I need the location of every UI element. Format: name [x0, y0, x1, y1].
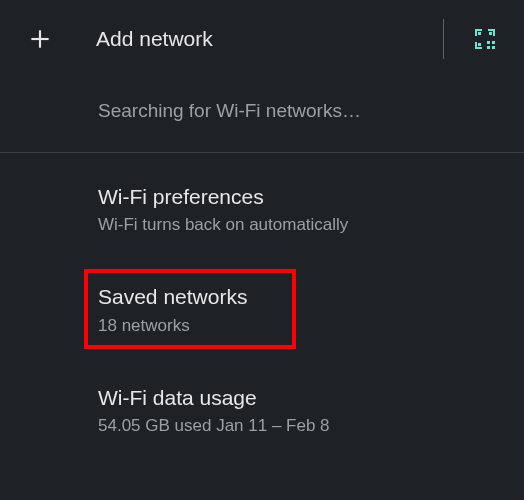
svg-rect-4 [478, 32, 481, 35]
plus-icon [26, 25, 54, 53]
item-subtitle: 54.05 GB used Jan 11 – Feb 8 [98, 416, 524, 436]
svg-rect-9 [475, 42, 477, 49]
svg-rect-12 [492, 41, 495, 44]
svg-rect-11 [487, 41, 490, 44]
svg-rect-13 [487, 46, 490, 49]
divider [0, 152, 524, 153]
add-network-row[interactable]: Add network [0, 0, 524, 78]
svg-rect-3 [475, 29, 477, 36]
item-subtitle: Wi-Fi turns back on automatically [98, 215, 524, 235]
wifi-preferences-item[interactable]: Wi-Fi preferences Wi-Fi turns back on au… [0, 165, 524, 253]
vertical-separator [443, 19, 444, 59]
item-title: Saved networks [98, 283, 524, 311]
svg-rect-14 [492, 46, 495, 49]
svg-rect-10 [478, 43, 481, 46]
item-subtitle: 18 networks [98, 316, 524, 336]
item-title: Wi-Fi data usage [98, 384, 524, 412]
svg-rect-6 [493, 29, 495, 36]
add-network-label: Add network [96, 27, 443, 51]
svg-rect-7 [489, 32, 492, 35]
item-title: Wi-Fi preferences [98, 183, 524, 211]
qr-scan-icon[interactable] [472, 26, 498, 52]
searching-status: Searching for Wi-Fi networks… [0, 78, 524, 152]
wifi-data-usage-item[interactable]: Wi-Fi data usage 54.05 GB used Jan 11 – … [0, 366, 524, 454]
saved-networks-item[interactable]: Saved networks 18 networks [0, 265, 524, 353]
